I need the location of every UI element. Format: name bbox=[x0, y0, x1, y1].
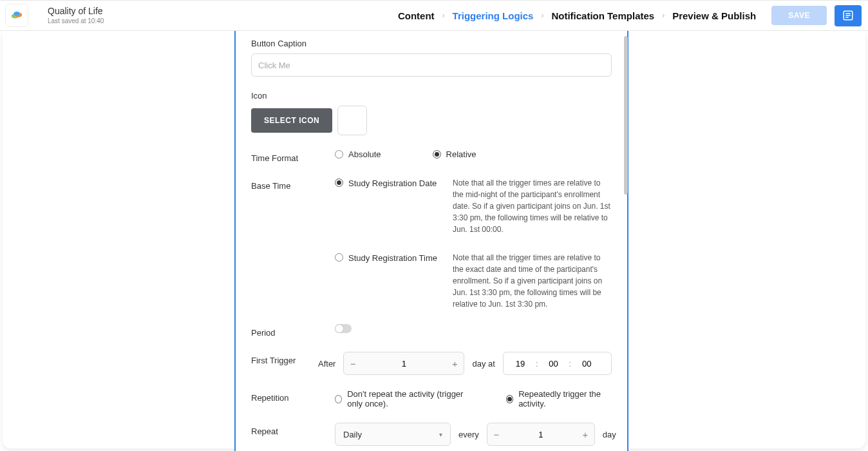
chevron-down-icon: ▾ bbox=[439, 431, 442, 438]
repeat-interval-stepper[interactable]: − + bbox=[487, 423, 595, 446]
registration-time-note: Note that all the trigger times are rela… bbox=[453, 252, 612, 310]
period-toggle[interactable] bbox=[335, 324, 352, 333]
after-label: After bbox=[318, 359, 335, 369]
first-trigger-time-input[interactable]: : : bbox=[503, 352, 612, 375]
first-trigger-days-input[interactable] bbox=[362, 352, 446, 374]
repeat-interval-input[interactable] bbox=[505, 423, 576, 445]
tab-preview-publish[interactable]: Preview & Publish bbox=[672, 10, 756, 21]
decrement-button[interactable]: − bbox=[344, 352, 362, 374]
save-button[interactable]: SAVE bbox=[771, 6, 827, 25]
svg-point-2 bbox=[14, 12, 19, 15]
tab-content[interactable]: Content bbox=[398, 10, 435, 21]
radio-registration-date[interactable]: Study Registration Date bbox=[335, 177, 448, 235]
scrollbar[interactable] bbox=[621, 14, 631, 451]
button-caption-input[interactable] bbox=[251, 53, 612, 77]
scroll-thumb[interactable] bbox=[624, 36, 628, 195]
list-panel-icon bbox=[842, 10, 854, 21]
icon-label: Icon bbox=[251, 91, 612, 101]
increment-button[interactable]: + bbox=[576, 423, 594, 445]
every-label: every bbox=[458, 430, 479, 439]
minutes-input[interactable] bbox=[541, 358, 567, 369]
repeat-unit-label: day bbox=[603, 430, 616, 439]
radio-absolute[interactable]: Absolute bbox=[335, 149, 381, 159]
hours-input[interactable] bbox=[507, 358, 533, 369]
seconds-input[interactable] bbox=[574, 358, 599, 369]
icon-preview bbox=[337, 106, 367, 135]
decrement-button[interactable]: − bbox=[487, 423, 505, 445]
tab-notification-templates[interactable]: Notification Templates bbox=[551, 10, 654, 21]
repeat-mode-select[interactable]: Daily ▾ bbox=[335, 423, 451, 446]
repeat-label: Repeat bbox=[251, 423, 335, 436]
period-label: Period bbox=[251, 324, 335, 338]
radio-no-repeat[interactable]: Don't repeat the activity (trigger only … bbox=[335, 389, 480, 408]
day-at-label: day at bbox=[472, 359, 495, 369]
app-logo[interactable] bbox=[5, 4, 28, 27]
panel-toggle-button[interactable] bbox=[835, 5, 862, 26]
increment-button[interactable]: + bbox=[446, 352, 464, 374]
page-title: Quality of Life bbox=[48, 6, 104, 17]
select-icon-button[interactable]: SELECT ICON bbox=[251, 108, 332, 133]
chevron-right-icon: › bbox=[662, 11, 665, 20]
chevron-right-icon: › bbox=[541, 11, 543, 20]
tab-triggering-logics[interactable]: Triggering Logics bbox=[453, 10, 534, 21]
time-format-label: Time Format bbox=[251, 149, 335, 163]
radio-registration-time[interactable]: Study Registration Time bbox=[335, 252, 448, 310]
registration-date-note: Note that all the trigger times are rela… bbox=[453, 177, 612, 235]
first-trigger-label: First Trigger bbox=[251, 352, 318, 365]
radio-relative[interactable]: Relative bbox=[433, 149, 476, 159]
first-trigger-days-stepper[interactable]: − + bbox=[343, 352, 464, 375]
repetition-label: Repetition bbox=[251, 389, 335, 403]
chevron-right-icon: › bbox=[442, 11, 445, 20]
radio-repeat[interactable]: Repeatedly trigger the activity. bbox=[506, 389, 612, 408]
last-saved: Last saved at 10:40 bbox=[48, 17, 104, 25]
base-time-label: Base Time bbox=[251, 177, 335, 191]
button-caption-label: Button Caption bbox=[251, 39, 612, 48]
